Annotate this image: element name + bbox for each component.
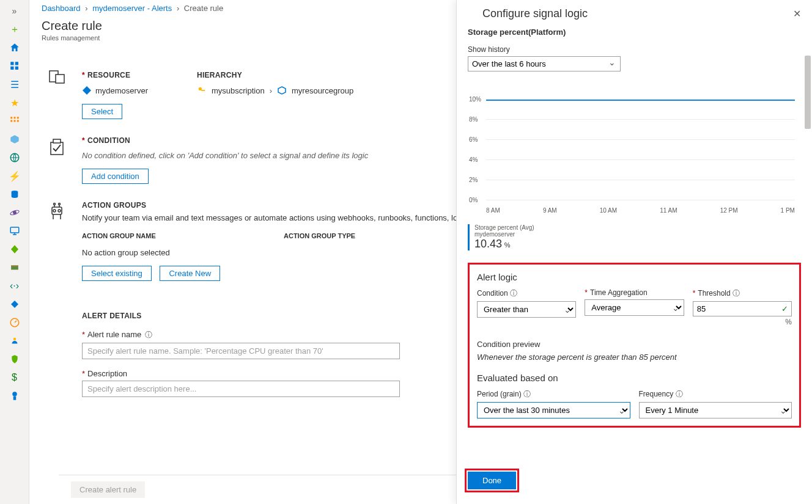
select-existing-button[interactable]: Select existing [82,266,152,281]
resource-group-name: myresourcegroup [292,86,353,95]
time-aggregation-select[interactable]: Average [585,299,684,316]
azure-ad-icon[interactable] [9,298,21,310]
resource-db-icon [82,86,92,95]
condition-label: Condition [477,289,508,298]
svg-rect-3 [15,67,18,70]
globe-icon[interactable] [9,152,21,164]
function-icon[interactable]: ⚡ [9,170,21,182]
svg-point-38 [59,203,61,205]
condition-select[interactable]: Greater than [477,301,576,318]
history-chart: 10% 8% 6% 4% 2% 0% 8 AM9 AM10 AM11 AM12 … [468,90,801,212]
time-agg-label: Time Aggregation [590,288,648,297]
svg-rect-25 [56,75,64,83]
load-balancer-icon[interactable] [9,243,21,255]
cube-icon[interactable] [9,133,21,145]
resource-name: mydemoserver [95,86,148,95]
info-icon[interactable]: ⓘ [733,289,740,298]
alert-logic-box: Alert logic Condition ⓘ Greater than *Ti… [468,263,801,428]
storage-icon[interactable] [9,261,21,274]
svg-marker-29 [278,87,286,94]
svg-point-22 [12,392,17,396]
svg-rect-4 [10,117,12,119]
security-icon[interactable] [9,353,21,365]
svg-rect-1 [15,62,18,65]
panel-title: Configure signal logic [482,7,588,20]
alert-rule-name-input[interactable] [82,343,400,359]
done-button[interactable]: Done [468,472,516,489]
period-select[interactable]: Over the last 30 minutes [477,402,630,418]
configure-signal-panel: Configure signal logic ✕ Storage percent… [456,0,812,504]
svg-rect-7 [10,120,12,122]
breadcrumb-dashboard[interactable]: Dashboard [42,4,81,13]
svg-rect-2 [10,67,13,70]
chart-legend: Storage percent (Avg) mydemoserver 10.43… [468,224,801,250]
threshold-input[interactable] [693,301,792,316]
help-icon[interactable] [9,390,21,402]
threshold-label: Threshold [698,289,730,298]
svg-rect-23 [13,396,16,400]
svg-point-33 [53,210,56,212]
network-icon[interactable]: ‹·› [9,280,21,292]
svg-rect-15 [10,227,19,233]
breadcrumb-alerts[interactable]: mydemoserver - Alerts [92,4,172,13]
select-resource-button[interactable]: Select [82,104,122,119]
cosmos-icon[interactable] [9,206,21,219]
svg-rect-0 [10,62,13,65]
subscription-key-icon [197,86,207,95]
info-icon[interactable]: ⓘ [145,331,152,339]
expand-nav-icon[interactable]: » [9,5,21,17]
svg-rect-9 [17,120,18,122]
svg-marker-19 [11,301,18,308]
period-label: Period (grain) [477,390,522,398]
add-condition-button[interactable]: Add condition [82,169,149,184]
svg-marker-26 [83,86,91,95]
create-alert-rule-button[interactable]: Create alert rule [71,481,145,498]
evaluated-based-on-label: Evaluated based on [477,373,792,383]
svg-rect-18 [11,266,18,267]
resource-icon [42,66,72,119]
info-icon[interactable]: ⓘ [523,390,531,398]
info-icon[interactable]: ⓘ [676,390,683,398]
advisor-icon[interactable] [9,335,21,347]
breadcrumb-current: Create rule [184,4,223,13]
svg-rect-6 [17,117,18,119]
threshold-unit: % [693,318,792,326]
frequency-label: Frequency [639,390,674,398]
svg-rect-31 [53,139,61,143]
svg-rect-5 [13,117,15,119]
svg-marker-10 [10,135,18,143]
left-nav-rail: » ＋ ☰ ★ ⚡ [0,0,29,504]
info-icon[interactable]: ⓘ [510,289,517,298]
svg-point-36 [54,203,56,205]
sql-icon[interactable] [9,188,21,200]
favorites-icon[interactable]: ★ [9,97,21,109]
create-resource-icon[interactable]: ＋ [9,23,21,35]
resource-title: RESOURCE [87,71,130,79]
panel-scrollbar[interactable] [805,56,811,129]
svg-rect-8 [13,120,15,122]
show-history-select[interactable]: Over the last 6 hours [468,56,621,71]
frequency-select[interactable]: Every 1 Minute [639,402,792,418]
svg-marker-16 [11,245,18,254]
monitor-icon[interactable] [9,316,21,329]
subscription-name: mysubscription [212,86,265,95]
list-icon[interactable]: ☰ [9,78,21,90]
create-new-button[interactable]: Create New [160,266,220,281]
home-icon[interactable] [9,42,21,54]
svg-rect-28 [201,90,205,91]
svg-point-21 [13,338,16,341]
close-panel-button[interactable]: ✕ [793,8,801,20]
cost-icon[interactable]: $ [9,371,21,384]
condition-title: CONDITION [87,136,130,145]
alert-description-input[interactable] [82,381,400,397]
action-groups-icon [42,201,72,281]
show-history-label: Show history [468,45,801,54]
vm-icon[interactable] [9,225,21,237]
rule-name-label: Alert rule name [87,330,141,339]
col-action-group-name: ACTION GROUP NAME [82,232,284,239]
all-resources-icon[interactable] [9,115,21,127]
condition-preview-text: Whenever the storage percent is greater … [477,352,792,362]
signal-name: Storage percent(Platform) [468,27,801,37]
dashboard-icon[interactable] [9,60,21,72]
alert-logic-title: Alert logic [477,272,792,282]
